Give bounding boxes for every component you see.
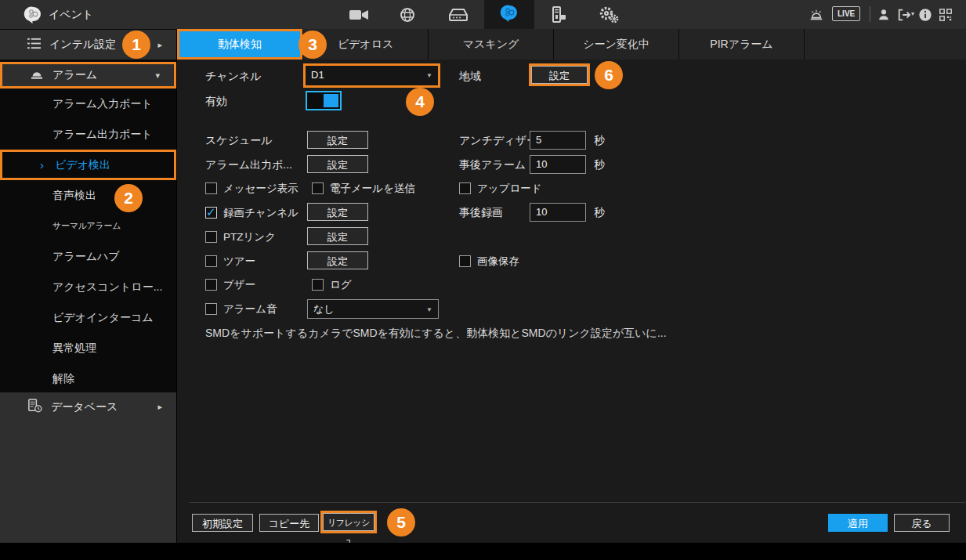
alarm-tone-select[interactable]: なし ▼ bbox=[307, 299, 439, 319]
sidebar-item-alarm-hub[interactable]: アラームハブ bbox=[0, 241, 176, 272]
smd-note: SMDをサポートするカメラでSMDを有効にすると、動体検知とSMDのリンク設定が… bbox=[205, 327, 667, 341]
qr-code-icon[interactable] bbox=[935, 5, 957, 24]
sidebar-item-alarm[interactable]: アラーム ▾ bbox=[0, 62, 176, 89]
anti-dither-input[interactable]: 5 bbox=[530, 131, 586, 150]
tab-masking[interactable]: マスキング bbox=[428, 29, 553, 60]
page-title: イベント bbox=[49, 0, 93, 29]
tour-checkbox[interactable] bbox=[205, 255, 217, 267]
send-email-checkbox-row[interactable]: 電子メールを送信 bbox=[312, 182, 415, 195]
motion-detection-panel: チャンネル D1 ▼ 地域 設定 有効 スケジュール 設定 アンチディザー 5 … bbox=[177, 60, 966, 543]
ai-event-nav-icon bbox=[500, 4, 519, 26]
post-record-input[interactable]: 10 bbox=[530, 203, 586, 222]
refresh-button[interactable]: リフレッシュ bbox=[323, 513, 374, 531]
toggle-knob bbox=[324, 94, 338, 107]
sidebar-item-video-intercom[interactable]: ビデオインターコム bbox=[0, 302, 176, 333]
event-nav-active-item[interactable] bbox=[484, 0, 534, 29]
tab-motion-detection[interactable]: 動体検知 bbox=[177, 29, 302, 60]
record-channel-checkbox[interactable]: ✓ bbox=[205, 207, 217, 219]
system-settings-nav-icon[interactable] bbox=[598, 5, 620, 24]
log-label: ログ bbox=[330, 278, 352, 292]
log-checkbox[interactable] bbox=[312, 279, 324, 291]
sidebar-item-exception[interactable]: 異常処理 bbox=[0, 333, 176, 363]
upload-checkbox-row[interactable]: アップロード bbox=[459, 182, 542, 195]
default-button[interactable]: 初期設定 bbox=[192, 514, 253, 532]
chevron-right-icon: › bbox=[40, 152, 44, 178]
area-setting-highlight: 設定 bbox=[529, 63, 590, 86]
buzzer-checkbox[interactable] bbox=[205, 279, 217, 291]
record-channel-label: 録画チャンネル bbox=[223, 206, 298, 220]
dropdown-caret-icon: ▼ bbox=[426, 66, 432, 85]
footer-divider bbox=[189, 502, 965, 503]
caret-right-icon: ▸ bbox=[157, 402, 162, 412]
picture-storage-checkbox[interactable] bbox=[459, 255, 471, 267]
record-channel-setting-button[interactable]: 設定 bbox=[307, 203, 368, 221]
copy-to-button[interactable]: コピー先 bbox=[259, 514, 319, 532]
upload-checkbox[interactable] bbox=[459, 182, 471, 194]
tour-checkbox-row[interactable]: ツアー bbox=[205, 255, 255, 268]
channel-select[interactable]: D1 ▼ bbox=[306, 66, 438, 85]
show-message-checkbox[interactable] bbox=[205, 182, 217, 194]
picture-storage-checkbox-row[interactable]: 画像保存 bbox=[459, 255, 519, 268]
alarm-out-setting-button[interactable]: 設定 bbox=[307, 155, 368, 173]
sidebar-item-label: インテル設定 bbox=[49, 38, 116, 52]
device-maintain-nav-icon[interactable] bbox=[548, 5, 570, 24]
camera-nav-icon[interactable] bbox=[348, 5, 370, 24]
bottom-letterbox bbox=[0, 543, 966, 560]
ptz-link-checkbox-row[interactable]: PTZリンク bbox=[205, 230, 276, 244]
picture-storage-label: 画像保存 bbox=[477, 255, 519, 269]
tab-scene-change[interactable]: シーン変化中 bbox=[553, 29, 678, 60]
post-alarm-unit: 秒 bbox=[594, 158, 605, 172]
sidebar-item-access-control[interactable]: アクセスコントロー... bbox=[0, 272, 176, 302]
send-email-checkbox[interactable] bbox=[312, 182, 324, 194]
dropdown-caret-icon: ▼ bbox=[426, 300, 432, 320]
user-account-icon[interactable] bbox=[873, 5, 895, 24]
step-badge-1: 1 bbox=[122, 31, 150, 59]
sidebar: インテル設定 ▸ アラーム ▾ アラーム入力ポート アラーム出力ポート › ビデ… bbox=[0, 29, 176, 543]
info-icon[interactable] bbox=[914, 5, 936, 24]
tabbar-filler bbox=[804, 29, 966, 60]
apply-button[interactable]: 適用 bbox=[828, 514, 888, 532]
ptz-link-label: PTZリンク bbox=[223, 230, 276, 244]
sidebar-item-alarm-output-port[interactable]: アラーム出力ポート bbox=[0, 119, 176, 150]
sidebar-item-disarm[interactable]: 解除 bbox=[0, 363, 176, 394]
network-nav-icon[interactable] bbox=[396, 5, 418, 24]
sidebar-item-label: アラーム bbox=[52, 68, 97, 82]
topbar-separator bbox=[870, 6, 870, 22]
sidebar-item-audio-detection[interactable]: 音声検出 bbox=[0, 180, 176, 211]
back-button[interactable]: 戻る bbox=[894, 514, 950, 532]
live-view-button[interactable]: LIVE bbox=[832, 6, 860, 21]
sidebar-item-alarm-input-port[interactable]: アラーム入力ポート bbox=[0, 89, 176, 119]
ptz-link-setting-button[interactable]: 設定 bbox=[307, 227, 368, 245]
enable-toggle[interactable] bbox=[306, 91, 342, 110]
show-message-checkbox-row[interactable]: メッセージ表示 bbox=[205, 182, 298, 195]
tour-setting-button[interactable]: 設定 bbox=[307, 251, 368, 269]
step-badge-2: 2 bbox=[114, 184, 143, 212]
post-alarm-input[interactable]: 10 bbox=[530, 155, 586, 174]
schedule-label: スケジュール bbox=[205, 134, 273, 148]
show-message-label: メッセージ表示 bbox=[223, 182, 298, 196]
channel-select-value: D1 bbox=[311, 69, 324, 81]
sidebar-item-thermal-alarm[interactable]: サーマルアラーム bbox=[0, 211, 176, 241]
tab-pir-alarm[interactable]: PIRアラーム bbox=[678, 29, 804, 60]
upload-label: アップロード bbox=[477, 182, 542, 196]
sidebar-item-video-detection[interactable]: › ビデオ検出 bbox=[0, 150, 176, 180]
nvr-event-settings-screen: イベント LIVE ▾ bbox=[0, 0, 966, 560]
storage-nav-icon[interactable] bbox=[447, 5, 469, 24]
area-label: 地域 bbox=[459, 70, 481, 84]
alarm-status-icon[interactable] bbox=[805, 5, 827, 24]
refresh-button-highlight: リフレッシュ bbox=[320, 511, 377, 533]
ptz-link-checkbox[interactable] bbox=[205, 231, 217, 243]
app-logo-ai-head-icon bbox=[22, 5, 44, 24]
record-channel-checkbox-row[interactable]: ✓ 録画チャンネル bbox=[205, 206, 298, 219]
enable-label: 有効 bbox=[205, 95, 227, 109]
channel-label: チャンネル bbox=[205, 70, 262, 84]
alarm-tone-checkbox-row[interactable]: アラーム音 bbox=[205, 302, 277, 316]
post-alarm-label: 事後アラーム bbox=[459, 158, 526, 172]
schedule-setting-button[interactable]: 設定 bbox=[307, 131, 368, 149]
sidebar-item-database[interactable]: データベース ▸ bbox=[0, 392, 176, 421]
buzzer-checkbox-row[interactable]: ブザー bbox=[205, 278, 255, 291]
alarm-tone-value: なし bbox=[313, 303, 335, 315]
log-checkbox-row[interactable]: ログ bbox=[312, 278, 352, 291]
alarm-tone-checkbox[interactable] bbox=[205, 303, 217, 315]
area-setting-button[interactable]: 設定 bbox=[531, 66, 588, 84]
